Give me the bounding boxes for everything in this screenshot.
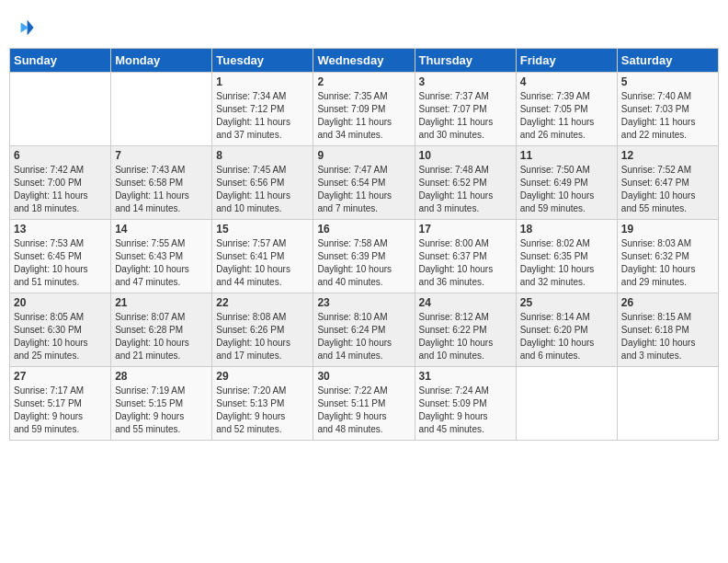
calendar-cell: 8Sunrise: 7:45 AM Sunset: 6:56 PM Daylig… [212,146,313,220]
calendar-cell: 4Sunrise: 7:39 AM Sunset: 7:05 PM Daylig… [516,73,617,146]
day-info: Sunrise: 7:45 AM Sunset: 6:56 PM Dayligh… [216,164,309,215]
logo [9,15,37,40]
day-number: 23 [317,296,410,309]
day-number: 4 [520,75,613,88]
calendar-cell: 15Sunrise: 7:57 AM Sunset: 6:41 PM Dayli… [212,220,313,293]
day-info: Sunrise: 8:15 AM Sunset: 6:18 PM Dayligh… [621,311,714,362]
day-info: Sunrise: 8:10 AM Sunset: 6:24 PM Dayligh… [317,311,410,362]
day-number: 14 [115,223,208,236]
day-info: Sunrise: 7:20 AM Sunset: 5:13 PM Dayligh… [216,385,309,436]
day-info: Sunrise: 7:19 AM Sunset: 5:15 PM Dayligh… [115,385,208,436]
calendar-cell: 12Sunrise: 7:52 AM Sunset: 6:47 PM Dayli… [617,146,718,220]
calendar-cell: 23Sunrise: 8:10 AM Sunset: 6:24 PM Dayli… [313,293,415,367]
day-number: 3 [419,75,512,88]
calendar-cell [111,73,212,146]
calendar-cell: 1Sunrise: 7:34 AM Sunset: 7:12 PM Daylig… [212,73,313,146]
day-number: 26 [621,296,714,309]
calendar-cell: 19Sunrise: 8:03 AM Sunset: 6:32 PM Dayli… [617,220,718,293]
calendar-cell: 16Sunrise: 7:58 AM Sunset: 6:39 PM Dayli… [313,220,415,293]
page-header [9,9,719,40]
day-info: Sunrise: 7:52 AM Sunset: 6:47 PM Dayligh… [621,164,714,215]
day-number: 17 [419,223,512,236]
day-info: Sunrise: 7:53 AM Sunset: 6:45 PM Dayligh… [14,237,107,289]
day-number: 10 [419,149,512,162]
day-number: 5 [621,75,714,88]
calendar-cell: 10Sunrise: 7:48 AM Sunset: 6:52 PM Dayli… [415,146,516,220]
calendar-cell: 22Sunrise: 8:08 AM Sunset: 6:26 PM Dayli… [212,293,313,367]
calendar-week-row: 6Sunrise: 7:42 AM Sunset: 7:00 PM Daylig… [10,146,719,220]
day-number: 30 [317,370,410,383]
weekday-header-friday: Friday [516,49,617,73]
calendar-cell: 3Sunrise: 7:37 AM Sunset: 7:07 PM Daylig… [415,73,516,146]
day-number: 9 [317,149,410,162]
weekday-header-sunday: Sunday [10,49,111,73]
day-info: Sunrise: 8:05 AM Sunset: 6:30 PM Dayligh… [14,311,107,362]
day-info: Sunrise: 7:22 AM Sunset: 5:11 PM Dayligh… [317,385,410,436]
day-number: 11 [520,149,613,162]
day-info: Sunrise: 7:47 AM Sunset: 6:54 PM Dayligh… [317,164,410,215]
weekday-header-tuesday: Tuesday [212,49,313,73]
day-number: 19 [621,223,714,236]
calendar-cell [617,367,718,441]
day-number: 6 [14,149,107,162]
calendar-cell: 11Sunrise: 7:50 AM Sunset: 6:49 PM Dayli… [516,146,617,220]
day-number: 12 [621,149,714,162]
day-number: 7 [115,149,208,162]
logo-icon [9,15,35,40]
day-number: 18 [520,223,613,236]
day-number: 27 [14,370,107,383]
day-info: Sunrise: 7:24 AM Sunset: 5:09 PM Dayligh… [419,385,512,436]
calendar-cell: 2Sunrise: 7:35 AM Sunset: 7:09 PM Daylig… [313,73,415,146]
calendar-cell: 24Sunrise: 8:12 AM Sunset: 6:22 PM Dayli… [415,293,516,367]
calendar-cell: 30Sunrise: 7:22 AM Sunset: 5:11 PM Dayli… [313,367,415,441]
weekday-header-saturday: Saturday [617,49,718,73]
calendar-table: SundayMondayTuesdayWednesdayThursdayFrid… [9,48,719,441]
weekday-header-thursday: Thursday [415,49,516,73]
calendar-week-row: 13Sunrise: 7:53 AM Sunset: 6:45 PM Dayli… [10,220,719,293]
calendar-cell: 28Sunrise: 7:19 AM Sunset: 5:15 PM Dayli… [111,367,212,441]
day-info: Sunrise: 7:50 AM Sunset: 6:49 PM Dayligh… [520,164,613,215]
calendar-header: SundayMondayTuesdayWednesdayThursdayFrid… [10,49,719,73]
calendar-cell: 21Sunrise: 8:07 AM Sunset: 6:28 PM Dayli… [111,293,212,367]
calendar-cell: 29Sunrise: 7:20 AM Sunset: 5:13 PM Dayli… [212,367,313,441]
day-number: 13 [14,223,107,236]
day-info: Sunrise: 7:43 AM Sunset: 6:58 PM Dayligh… [115,164,208,215]
day-number: 22 [216,296,309,309]
day-number: 31 [419,370,512,383]
day-number: 16 [317,223,410,236]
calendar-cell: 25Sunrise: 8:14 AM Sunset: 6:20 PM Dayli… [516,293,617,367]
day-number: 2 [317,75,410,88]
day-info: Sunrise: 8:07 AM Sunset: 6:28 PM Dayligh… [115,311,208,362]
day-info: Sunrise: 7:42 AM Sunset: 7:00 PM Dayligh… [14,164,107,215]
day-info: Sunrise: 7:48 AM Sunset: 6:52 PM Dayligh… [419,164,512,215]
day-number: 25 [520,296,613,309]
calendar-cell: 17Sunrise: 8:00 AM Sunset: 6:37 PM Dayli… [415,220,516,293]
day-info: Sunrise: 8:14 AM Sunset: 6:20 PM Dayligh… [520,311,613,362]
calendar-cell: 18Sunrise: 8:02 AM Sunset: 6:35 PM Dayli… [516,220,617,293]
calendar-week-row: 20Sunrise: 8:05 AM Sunset: 6:30 PM Dayli… [10,293,719,367]
day-info: Sunrise: 8:08 AM Sunset: 6:26 PM Dayligh… [216,311,309,362]
calendar-cell: 27Sunrise: 7:17 AM Sunset: 5:17 PM Dayli… [10,367,111,441]
day-info: Sunrise: 7:34 AM Sunset: 7:12 PM Dayligh… [216,90,309,142]
day-info: Sunrise: 8:00 AM Sunset: 6:37 PM Dayligh… [419,237,512,289]
day-info: Sunrise: 7:37 AM Sunset: 7:07 PM Dayligh… [419,90,512,142]
day-info: Sunrise: 7:58 AM Sunset: 6:39 PM Dayligh… [317,237,410,289]
day-info: Sunrise: 7:39 AM Sunset: 7:05 PM Dayligh… [520,90,613,142]
calendar-cell: 14Sunrise: 7:55 AM Sunset: 6:43 PM Dayli… [111,220,212,293]
calendar-week-row: 27Sunrise: 7:17 AM Sunset: 5:17 PM Dayli… [10,367,719,441]
weekday-header-row: SundayMondayTuesdayWednesdayThursdayFrid… [10,49,719,73]
calendar-cell [10,73,111,146]
calendar-cell: 6Sunrise: 7:42 AM Sunset: 7:00 PM Daylig… [10,146,111,220]
day-info: Sunrise: 7:17 AM Sunset: 5:17 PM Dayligh… [14,385,107,436]
calendar-cell: 13Sunrise: 7:53 AM Sunset: 6:45 PM Dayli… [10,220,111,293]
day-info: Sunrise: 8:02 AM Sunset: 6:35 PM Dayligh… [520,237,613,289]
calendar-body: 1Sunrise: 7:34 AM Sunset: 7:12 PM Daylig… [10,73,719,441]
day-number: 20 [14,296,107,309]
calendar-week-row: 1Sunrise: 7:34 AM Sunset: 7:12 PM Daylig… [10,73,719,146]
day-info: Sunrise: 7:35 AM Sunset: 7:09 PM Dayligh… [317,90,410,142]
day-info: Sunrise: 7:40 AM Sunset: 7:03 PM Dayligh… [621,90,714,142]
day-number: 28 [115,370,208,383]
day-info: Sunrise: 8:12 AM Sunset: 6:22 PM Dayligh… [419,311,512,362]
calendar-cell: 7Sunrise: 7:43 AM Sunset: 6:58 PM Daylig… [111,146,212,220]
calendar-cell: 5Sunrise: 7:40 AM Sunset: 7:03 PM Daylig… [617,73,718,146]
